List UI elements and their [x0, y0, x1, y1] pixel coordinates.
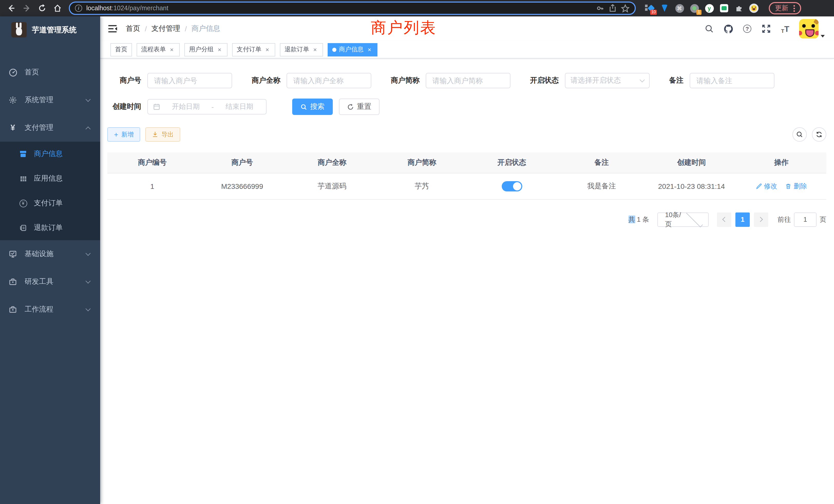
delete-link[interactable]: 删除: [786, 181, 807, 191]
download-icon: [152, 131, 158, 138]
sidebar-item-system[interactable]: 系统管理: [0, 86, 100, 114]
breadcrumb-payment[interactable]: 支付管理: [152, 24, 180, 33]
gear-icon: [8, 96, 18, 104]
tag-refund-order[interactable]: 退款订单×: [280, 43, 323, 56]
user-avatar[interactable]: [799, 19, 825, 39]
prev-page-button[interactable]: [717, 212, 731, 227]
url-text: localhost:1024/pay/merchant: [86, 5, 592, 12]
edit-link[interactable]: 修改: [756, 181, 777, 191]
browser-forward-button[interactable]: [21, 2, 33, 14]
sidebar-item-home[interactable]: 首页: [0, 59, 100, 86]
next-page-button[interactable]: [754, 212, 768, 227]
cell-create-time: 2021-10-23 08:31:14: [646, 173, 737, 199]
sidebar-item-payment[interactable]: ¥ 支付管理: [0, 114, 100, 142]
share-icon[interactable]: [609, 4, 617, 12]
sidebar-item-infrastructure[interactable]: 基础设施: [0, 240, 100, 268]
chevron-up-icon: [86, 127, 91, 132]
add-button[interactable]: + 新增: [107, 127, 140, 142]
app-logo-row[interactable]: 芋道管理系统: [0, 17, 100, 43]
merchant-fullname-input[interactable]: [287, 73, 371, 88]
close-icon[interactable]: ×: [264, 46, 271, 53]
chrome-update-button[interactable]: 更新: [769, 2, 801, 14]
sidebar-item-merchant-info[interactable]: 商户信息: [0, 142, 100, 166]
chevron-down-icon: [686, 210, 702, 227]
active-dot: [332, 47, 336, 51]
breadcrumb-home[interactable]: 首页: [126, 24, 140, 33]
chevron-left-icon: [722, 217, 727, 222]
address-bar[interactable]: i localhost:1024/pay/merchant: [69, 2, 636, 15]
create-time-range-picker[interactable]: 开始日期 - 结束日期: [147, 99, 266, 114]
close-icon[interactable]: ×: [169, 46, 175, 53]
browser-toolbar: i localhost:1024/pay/merchant 10 ⌘ 1 y: [0, 0, 834, 17]
extension-badge: 1: [696, 10, 702, 15]
key-icon[interactable]: [596, 4, 605, 12]
site-info-icon[interactable]: i: [75, 5, 82, 12]
page-size-select[interactable]: 10条/页: [657, 212, 709, 227]
cell-merchant-id: 1: [107, 173, 197, 199]
puzzle-extensions-menu-icon[interactable]: [734, 4, 744, 13]
close-icon[interactable]: ×: [216, 46, 223, 53]
bookmark-star-icon[interactable]: [621, 4, 630, 13]
font-size-icon[interactable]: TT: [780, 24, 790, 34]
close-icon[interactable]: ×: [312, 46, 319, 53]
status-select[interactable]: 请选择开启状态: [565, 73, 650, 88]
grid-icon: [19, 175, 28, 182]
sidebar-item-workflow[interactable]: 工作流程: [0, 296, 100, 323]
command-extension-icon[interactable]: ⌘: [675, 4, 684, 13]
browser-home-button[interactable]: [51, 2, 64, 14]
table-header-row: 商户编号 商户号 商户全称 商户简称 开启状态 备注 创建时间 操作: [107, 153, 826, 173]
sidebar-item-pay-order[interactable]: ¥ 支付订单: [0, 191, 100, 215]
sidebar-collapse-icon[interactable]: [107, 24, 117, 34]
help-icon[interactable]: ?: [742, 24, 752, 34]
close-icon[interactable]: ×: [366, 46, 373, 53]
document-icon: [19, 224, 28, 232]
browser-back-button[interactable]: [5, 2, 18, 14]
sidebar-item-label: 工作流程: [25, 305, 53, 314]
search-icon: [796, 131, 803, 138]
sidebar-item-app-info[interactable]: 应用信息: [0, 166, 100, 191]
chevron-down-icon: [86, 97, 91, 102]
sidebar-item-label: 支付订单: [34, 199, 63, 208]
goto-suffix: 页: [820, 215, 826, 224]
sidebar-item-refund-order[interactable]: 退款订单: [0, 215, 100, 240]
end-date-placeholder: 结束日期: [218, 102, 261, 111]
tag-user-group[interactable]: 用户分组×: [184, 43, 227, 56]
profile-avatar-icon[interactable]: [749, 4, 759, 13]
sidebar-item-label: 退款订单: [34, 223, 63, 232]
tag-home[interactable]: 首页: [110, 43, 132, 56]
cell-full-name: 芋道源码: [287, 173, 377, 199]
total-count: 共 1 条: [628, 215, 649, 224]
briefcase-icon: [8, 305, 18, 314]
tag-merchant-info[interactable]: 商户信息×: [328, 43, 377, 56]
sidebar-item-label: 研发工具: [25, 277, 53, 287]
tag-pay-order[interactable]: 支付订单×: [232, 43, 275, 56]
refresh-table-button[interactable]: [812, 127, 826, 142]
github-icon[interactable]: [723, 24, 733, 34]
toggle-search-button[interactable]: [792, 127, 807, 142]
goto-page-input[interactable]: [794, 212, 816, 227]
status-toggle[interactable]: [502, 181, 522, 191]
filter-label: 商户全称: [251, 76, 280, 85]
remark-input[interactable]: [690, 73, 774, 88]
dashboard-icon: [8, 68, 18, 77]
session-extension-icon[interactable]: 1: [690, 4, 699, 13]
filter-label: 商户简称: [391, 76, 420, 85]
y-extension-icon[interactable]: y: [705, 4, 714, 13]
sidebar-item-dev-tools[interactable]: 研发工具: [0, 268, 100, 296]
browser-menu-icon[interactable]: [793, 5, 795, 12]
fullscreen-icon[interactable]: [761, 24, 771, 34]
merchant-no-input[interactable]: [147, 73, 232, 88]
adblock-extension-icon[interactable]: 10: [645, 4, 654, 13]
chat-extension-icon[interactable]: [720, 4, 729, 13]
search-icon[interactable]: [704, 24, 714, 34]
start-date-placeholder: 开始日期: [164, 102, 207, 111]
kite-extension-icon[interactable]: [660, 4, 669, 13]
tag-process-form[interactable]: 流程表单×: [137, 43, 180, 56]
page-1-button[interactable]: 1: [736, 212, 750, 227]
search-button[interactable]: 搜索: [292, 98, 333, 115]
merchant-shortname-input[interactable]: [426, 73, 510, 88]
chevron-down-icon: [86, 306, 91, 311]
reset-button[interactable]: 重置: [339, 98, 379, 115]
browser-reload-button[interactable]: [36, 2, 48, 14]
export-button[interactable]: 导出: [145, 127, 180, 142]
